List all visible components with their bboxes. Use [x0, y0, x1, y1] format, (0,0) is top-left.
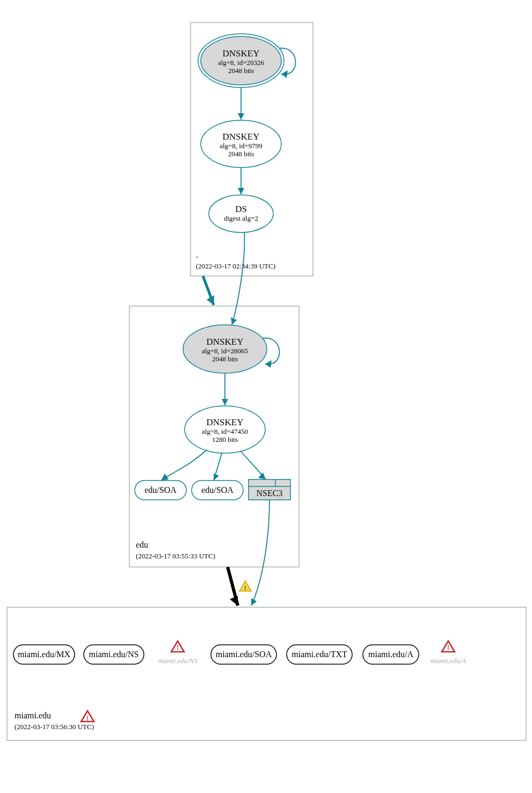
miami-ns[interactable]: miami.edu/NS [84, 645, 144, 664]
svg-text:miami.edu/A: miami.edu/A [368, 650, 413, 659]
zone-edu-timestamp: (2022-03-17 03:55:33 UTC) [136, 552, 215, 560]
svg-marker-22 [222, 399, 228, 405]
edge-ds-to-edu-dnskey1 [232, 232, 244, 325]
root-dnskey2[interactable]: DNSKEY alg=8, id=9799 2048 bits [201, 120, 281, 168]
miami-a[interactable]: miami.edu/A [363, 645, 419, 664]
svg-text:edu/SOA: edu/SOA [201, 485, 234, 494]
svg-text:miami.edu/SOA: miami.edu/SOA [216, 650, 272, 659]
miami-soa[interactable]: miami.edu/SOA [211, 645, 276, 664]
svg-text:DNSKEY: DNSKEY [207, 417, 244, 427]
svg-marker-21 [265, 360, 272, 368]
edu-dnskey1[interactable]: DNSKEY alg=8, id=28065 2048 bits [183, 325, 267, 373]
miami-mx[interactable]: miami.edu/MX [13, 645, 75, 664]
root-dnskey1[interactable]: DNSKEY alg=8, id=20326 2048 bits [198, 34, 284, 88]
svg-text:edu/SOA: edu/SOA [144, 485, 177, 494]
edu-nsec3[interactable]: NSEC3 [249, 479, 290, 500]
warning-icon: ! [239, 581, 251, 592]
svg-text:DS: DS [235, 204, 247, 214]
svg-text:!: ! [447, 643, 449, 651]
svg-text:digest alg=2: digest alg=2 [224, 214, 258, 222]
svg-text:2048 bits: 2048 bits [228, 150, 254, 158]
zone-root-name: . [196, 250, 198, 259]
svg-text:alg=8, id=28065: alg=8, id=28065 [202, 347, 248, 355]
svg-text:alg=8, id=47450: alg=8, id=47450 [202, 427, 248, 435]
svg-text:!: ! [177, 643, 179, 651]
miami-zone-error-icon: ! [81, 711, 94, 722]
svg-marker-28 [214, 474, 219, 481]
svg-marker-38 [230, 596, 238, 606]
edu-soa1[interactable]: edu/SOA [135, 481, 186, 500]
svg-text:miami.edu/TXT: miami.edu/TXT [291, 650, 347, 659]
svg-text:DNSKEY: DNSKEY [223, 48, 260, 59]
svg-text:2048 bits: 2048 bits [228, 67, 254, 75]
edu-dnskey2[interactable]: DNSKEY alg=8, id=47450 1280 bits [185, 406, 265, 453]
miami-txt[interactable]: miami.edu/TXT [287, 645, 352, 664]
svg-marker-5 [281, 70, 288, 78]
svg-marker-6 [238, 113, 244, 120]
zone-edu-name: edu [136, 540, 148, 549]
miami-ns-warning: ! miami.edu/NS [158, 641, 198, 665]
svg-text:alg=8, id=20326: alg=8, id=20326 [218, 59, 265, 67]
svg-text:alg=8, id=9799: alg=8, id=9799 [220, 142, 263, 150]
zone-miami-name: miami.edu [14, 711, 51, 720]
edge-edu-dnskey2-soa1 [161, 450, 207, 481]
svg-text:!: ! [86, 714, 89, 722]
svg-text:miami.edu/A: miami.edu/A [431, 657, 466, 665]
edge-nsec3-to-miami [251, 500, 269, 606]
svg-marker-27 [161, 474, 169, 481]
zone-miami-timestamp: (2022-03-17 03:56:30 UTC) [14, 723, 94, 731]
edu-soa2[interactable]: edu/SOA [192, 481, 243, 500]
zone-miami-box [7, 607, 526, 740]
svg-marker-11 [238, 188, 244, 194]
svg-text:1280 bits: 1280 bits [212, 435, 238, 443]
svg-text:DNSKEY: DNSKEY [223, 132, 260, 142]
zone-root-timestamp: (2022-03-17 02:34:39 UTC) [196, 262, 275, 270]
svg-text:!: ! [244, 584, 246, 592]
miami-a-warning: ! miami.edu/A [431, 641, 466, 665]
svg-text:miami.edu/NS: miami.edu/NS [158, 657, 198, 665]
svg-text:DNSKEY: DNSKEY [207, 337, 244, 347]
svg-text:miami.edu/MX: miami.edu/MX [18, 650, 71, 659]
svg-text:NSEC3: NSEC3 [257, 489, 283, 498]
svg-text:2048 bits: 2048 bits [212, 355, 238, 363]
svg-text:miami.edu/NS: miami.edu/NS [89, 650, 139, 659]
root-ds[interactable]: DS digest alg=2 [209, 195, 273, 232]
svg-marker-29 [258, 472, 266, 479]
